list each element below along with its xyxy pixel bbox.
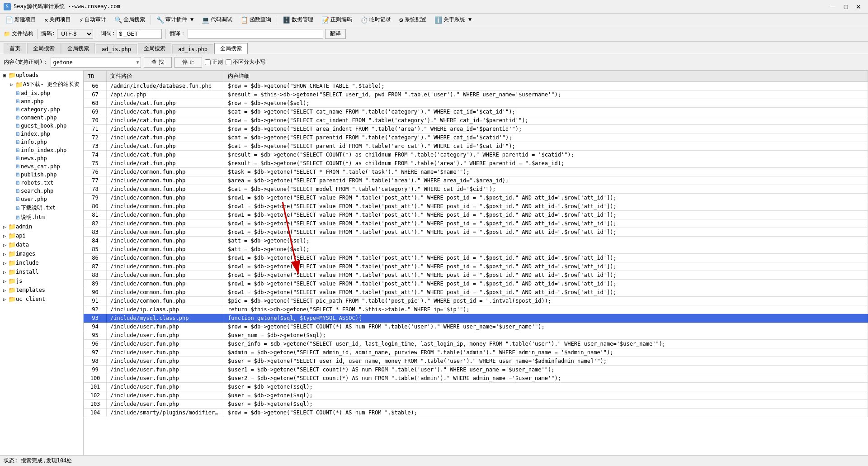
close-button[interactable]: ✕ [853, 2, 864, 11]
table-row[interactable]: 101/include/user.fun.php$user = $db->get… [84, 383, 868, 391]
encoding-select[interactable]: UTF-8 GBK GB2312 [57, 29, 93, 39]
regex-label[interactable]: 正则 [212, 58, 223, 66]
tab-global-search-2[interactable]: 全局搜索 [61, 43, 95, 54]
menu-about[interactable]: ℹ️ 关于系统 ▼ [431, 14, 475, 25]
tree-item-news[interactable]: 🗎 news.php [0, 154, 83, 162]
tree-item-ann[interactable]: 🗎 ann.php [0, 97, 83, 105]
menu-code-debug[interactable]: 💻 代码调试 [198, 14, 236, 25]
table-row[interactable]: 102/include/user.fun.php$user = $db->get… [84, 391, 868, 400]
case-label[interactable]: 不区分大小写 [233, 58, 265, 66]
tree-item-dl-note[interactable]: 🗎 下载说明.txt [0, 203, 83, 213]
tree-item-api[interactable]: ▷ 📁 api [0, 231, 83, 240]
regex-checkbox[interactable] [205, 59, 211, 65]
table-row[interactable]: 79/include/common.fun.php$row1 = $db->ge… [84, 194, 868, 202]
tree-item-include[interactable]: ▷ 📁 include [0, 258, 83, 267]
menu-data-manage[interactable]: 🗄️ 数据管理 [279, 14, 317, 25]
expand-icon[interactable]: ▷ [1, 297, 8, 302]
table-row[interactable]: 103/include/user.fun.php$user = $db->get… [84, 400, 868, 409]
table-row[interactable]: 83/include/common.fun.php$row1 = $db->ge… [84, 228, 868, 237]
menu-func-query[interactable]: 📋 函数查询 [237, 14, 275, 25]
tree-item-templates[interactable]: ▷ 📁 templates [0, 285, 83, 295]
table-row[interactable]: 82/include/common.fun.php$row1 = $db->ge… [84, 219, 868, 228]
menu-audit-plugin[interactable]: 🔧 审计插件 ▼ [153, 14, 197, 25]
keyword-input[interactable] [117, 29, 162, 39]
tree-item-publish[interactable]: 🗎 publish.php [0, 171, 83, 179]
table-row[interactable]: 87/include/common.fun.php$row1 = $db->ge… [84, 262, 868, 271]
tree-item-info[interactable]: 🗎 info.php [0, 138, 83, 146]
stop-button[interactable]: 停 止 [175, 57, 202, 68]
expand-icon[interactable]: ▷ [1, 261, 8, 266]
expand-icon[interactable]: ▷ [1, 252, 8, 257]
translate-input[interactable] [188, 29, 323, 39]
tree-item-robots[interactable]: 🗎 robots.txt [0, 179, 83, 187]
table-row[interactable]: 84/include/common.fun.php$att = $db->get… [84, 237, 868, 245]
tree-item-category[interactable]: 🗎 category.php [0, 105, 83, 114]
tree-item-search[interactable]: 🗎 search.php [0, 187, 83, 195]
tab-global-search-3[interactable]: 全局搜索 [138, 43, 171, 54]
table-row[interactable]: 85/include/common.fun.php$att = $db->get… [84, 245, 868, 254]
table-row[interactable]: 90/include/common.fun.php$row1 = $db->ge… [84, 288, 868, 297]
table-row[interactable]: 96/include/user.fun.php$user_info = $db-… [84, 340, 868, 348]
tree-item-images[interactable]: ▷ 📁 images [0, 249, 83, 258]
table-row[interactable]: 104/include/smarty/plugins/modifier.coun… [84, 409, 868, 417]
expand-icon[interactable]: ▷ [1, 270, 8, 275]
table-row[interactable]: 86/include/common.fun.php$row1 = $db->ge… [84, 254, 868, 262]
tree-item-install[interactable]: ▷ 📁 install [0, 267, 83, 276]
expand-icon[interactable]: ▷ [1, 288, 8, 293]
table-row[interactable]: 91/include/common.fun.php$pic = $db->get… [84, 297, 868, 305]
table-row[interactable]: 97/include/user.fun.php$admin = $db->get… [84, 348, 868, 357]
tree-item-info-index[interactable]: 🗎 info_index.php [0, 146, 83, 154]
table-row[interactable]: 71/include/cat.fun.php$row = $db->getone… [84, 125, 868, 133]
expand-icon[interactable]: ▷ [8, 82, 15, 87]
table-row[interactable]: 99/include/user.fun.php$user1 = $db->get… [84, 366, 868, 374]
table-row[interactable]: 66/admin/include/database.fun.php$row = … [84, 82, 868, 90]
table-row[interactable]: 80/include/common.fun.php$row1 = $db->ge… [84, 202, 868, 211]
table-row[interactable]: 92/include/ip.class.phpreturn $this->db-… [84, 305, 868, 314]
table-row[interactable]: 88/include/common.fun.php$row1 = $db->ge… [84, 271, 868, 280]
table-row[interactable]: 72/include/cat.fun.php$cat = $db->getone… [84, 133, 868, 142]
table-row[interactable]: 89/include/common.fun.php$row1 = $db->ge… [84, 280, 868, 288]
table-row[interactable]: 68/include/cat.fun.php$row = $db->getone… [84, 99, 868, 108]
tab-ad-is-1[interactable]: ad_is.php [96, 44, 137, 54]
table-row[interactable]: 73/include/cat.fun.php$cat = $db->getone… [84, 142, 868, 151]
menu-temp-record[interactable]: ⏱️ 临时记录 [357, 14, 395, 25]
table-row[interactable]: 76/include/common.fun.php$task = $db->ge… [84, 168, 868, 176]
tree-item-ad-is[interactable]: 🗎 ad_is.php [0, 89, 83, 97]
table-row[interactable]: 81/include/common.fun.php$row1 = $db->ge… [84, 211, 868, 219]
tree-item-admin[interactable]: ▷ 📁 admin [0, 222, 83, 231]
expand-icon[interactable]: ▷ [1, 233, 8, 238]
table-row[interactable]: 74/include/cat.fun.php$result = $db->get… [84, 151, 868, 159]
find-button[interactable]: 查 找 [144, 57, 171, 68]
menu-auto-audit[interactable]: ⚡ 自动审计 [75, 14, 109, 25]
table-row[interactable]: 75/include/cat.fun.php$result = $db->get… [84, 159, 868, 168]
table-row[interactable]: 78/include/common.fun.php$cat = $db->get… [84, 185, 868, 194]
case-checkbox[interactable] [226, 59, 231, 65]
tree-item-user[interactable]: 🗎 user.php [0, 195, 83, 203]
search-content-input[interactable] [53, 59, 136, 66]
menu-sys-config[interactable]: ⚙️ 系统配置 [396, 14, 429, 25]
maximize-button[interactable]: □ [840, 2, 852, 11]
expand-icon[interactable]: ▣ [1, 73, 8, 78]
tab-ad-is-2[interactable]: ad_is.php [172, 44, 213, 54]
table-row[interactable]: 95/include/user.fun.php$user_num = $db->… [84, 331, 868, 340]
table-row[interactable]: 77/include/common.fun.php$area = $db->ge… [84, 176, 868, 185]
tree-item-uc-client[interactable]: ▷ 📁 uc_client [0, 295, 83, 304]
tab-global-search-active[interactable]: 全局搜索 [214, 43, 248, 54]
expand-icon[interactable]: ▷ [1, 243, 8, 247]
table-row[interactable]: 98/include/user.fun.php$user = $db->geto… [84, 357, 868, 366]
minimize-button[interactable]: ─ [827, 2, 839, 11]
table-row[interactable]: 67/api/uc.php$result = $this->db->getone… [84, 90, 868, 99]
tree-item-js[interactable]: ▷ 📁 js [0, 276, 83, 285]
menu-regex-encode[interactable]: 📝 正则编码 [318, 14, 356, 25]
tree-item-comment[interactable]: 🗎 comment.php [0, 114, 83, 122]
table-row[interactable]: 70/include/cat.fun.php$row = $db->getone… [84, 116, 868, 125]
tree-root-uploads[interactable]: ▣ 📁 uploads [0, 71, 83, 80]
tab-home[interactable]: 首页 [4, 43, 26, 54]
table-row[interactable]: 93/include/mysql.class.phpfunction geton… [84, 314, 868, 323]
tree-item-note-htm[interactable]: 🗎 说明.htm [0, 213, 83, 222]
menu-close-project[interactable]: ✕ 关闭项目 [41, 14, 75, 25]
translate-button[interactable]: 翻译 [325, 29, 346, 39]
tree-item-index[interactable]: 🗎 index.php [0, 130, 83, 138]
menu-new-project[interactable]: 📄 新建项目 [2, 14, 40, 25]
expand-icon[interactable]: ▷ [1, 224, 8, 229]
